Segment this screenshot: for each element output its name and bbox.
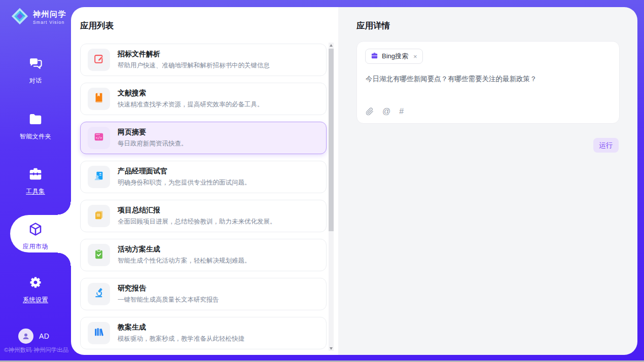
bing-search-tag[interactable]: Bing搜索 × (365, 49, 423, 64)
list-scrollbar[interactable] (329, 43, 334, 351)
doc-edit-icon (93, 53, 104, 66)
app-card[interactable]: 项目总结汇报 全面回顾项目进展，总结经验教训，助力未来优化发展。 (80, 200, 327, 232)
topic-icon[interactable]: # (399, 107, 404, 116)
sidebar-item-label: 系统设置 (23, 296, 48, 304)
app-card-title: 文献搜索 (118, 89, 264, 98)
app-icon-tile (88, 283, 110, 305)
app-card[interactable]: 招标文件解析 帮助用户快速、准确地理解和解析招标书中的关键信息 (80, 44, 327, 76)
app-list-title: 应用列表 (80, 20, 114, 31)
person-icon (21, 332, 30, 341)
query-input[interactable]: 今日湖北有哪些新闻要点？有哪些需要关注的最新政策？ (366, 74, 611, 84)
sidebar-item-label: 工具集 (26, 187, 45, 196)
input-toolbar: @ # (366, 107, 404, 116)
papers-icon (93, 209, 104, 223)
sidebar: 神州问学 Smart Vision 对话 智能文件夹 (0, 0, 71, 360)
sidebar-item-toolset[interactable]: 工具集 (0, 166, 71, 196)
app-card-title: 网页摘要 (118, 128, 188, 137)
web-code-icon: </> (93, 131, 104, 144)
content-area: 应用列表 招标文件解析 帮助用户快速、准确地理解和解析招标书中的关键信息 文献搜… (71, 7, 637, 355)
chat-icon (28, 56, 43, 73)
svg-text:</>: </> (96, 136, 102, 140)
gem-logo-icon (10, 7, 29, 28)
tag-close-icon[interactable]: × (413, 53, 417, 60)
app-icon-tile (88, 88, 110, 110)
app-icon-tile (88, 166, 110, 188)
mention-icon[interactable]: @ (382, 107, 390, 116)
app-icon-tile (88, 322, 110, 344)
app-card-title: 招标文件解析 (118, 50, 270, 59)
briefcase-icon (371, 52, 378, 61)
paperclip-icon[interactable] (366, 107, 374, 116)
app-card-desc: 智能生成个性化活动方案，轻松解决规划难题。 (118, 257, 251, 265)
app-card-desc: 每日政府新闻资讯快查。 (118, 139, 188, 148)
avatar (18, 329, 33, 344)
microscope-icon (93, 287, 104, 301)
app-card[interactable]: 教案生成 模板驱动，教案秒成，教学准备从此轻松快捷 (80, 317, 327, 349)
app-card-desc: 快速精准查找学术资源，提高研究效率的必备工具。 (118, 100, 264, 109)
clipboard-check-icon (93, 248, 104, 262)
sidebar-item-chat[interactable]: 对话 (0, 56, 71, 85)
sidebar-item-label: 应用市场 (23, 242, 48, 251)
app-card-title: 研究报告 (118, 284, 219, 293)
brand-subtitle: Smart Vision (33, 20, 66, 25)
books-icon (93, 327, 104, 340)
app-card-desc: 一键智能生成高质量长文本研究报告 (118, 296, 219, 304)
app-icon-tile (88, 244, 110, 266)
app-icon-tile (88, 205, 110, 227)
app-card-list: 招标文件解析 帮助用户快速、准确地理解和解析招标书中的关键信息 文献搜索 快速精… (80, 44, 327, 355)
app-card-desc: 全面回顾项目进展，总结经验教训，助力未来优化发展。 (118, 218, 276, 226)
app-icon-tile: </> (88, 127, 110, 149)
app-card[interactable]: 活动方案生成 智能生成个性化活动方案，轻松解决规划难题。 (80, 239, 327, 271)
app-icon-tile (88, 49, 110, 71)
app-card[interactable]: 文献搜索 快速精准查找学术资源，提高研究效率的必备工具。 (80, 83, 327, 115)
user-account[interactable]: AD (18, 329, 49, 344)
cube-icon (28, 222, 43, 239)
app-card-title: 项目总结汇报 (118, 206, 276, 215)
app-card-title: 活动方案生成 (118, 245, 251, 254)
app-card-title: 教案生成 (118, 323, 244, 332)
app-card-desc: 模板驱动，教案秒成，教学准备从此轻松快捷 (118, 335, 244, 343)
sidebar-item-smart-folder[interactable]: 智能文件夹 (0, 112, 71, 141)
scroll-down-icon[interactable] (329, 346, 334, 351)
tag-label: Bing搜索 (382, 52, 408, 61)
scrollbar-thumb[interactable] (329, 49, 334, 231)
app-window: 神州问学 Smart Vision 对话 智能文件夹 (0, 0, 644, 362)
brand-logo: 神州问学 Smart Vision (10, 7, 66, 28)
app-card[interactable]: 产品经理面试官 明确身份和职责，为您提供专业性的面试问题。 (80, 161, 327, 193)
run-button[interactable]: 运行 (593, 138, 619, 153)
app-detail-panel: 应用详情 Bing搜索 × 今日湖北有哪些新闻要点？有哪些需要关注的最新政策？ (338, 7, 637, 355)
folder-icon (28, 112, 43, 129)
sidebar-item-label: 对话 (29, 77, 42, 85)
brand-name: 神州问学 (33, 10, 66, 19)
prompt-input-card: Bing搜索 × 今日湖北有哪些新闻要点？有哪些需要关注的最新政策？ @ # (356, 41, 620, 124)
book-icon (93, 92, 104, 105)
app-card[interactable]: 研究报告 一键智能生成高质量长文本研究报告 (80, 278, 327, 310)
copyright-text: ©神州数码·神州问学出品 (4, 346, 68, 354)
app-card-title: 产品经理面试官 (118, 167, 251, 176)
app-detail-title: 应用详情 (356, 20, 390, 31)
app-list-panel: 应用列表 招标文件解析 帮助用户快速、准确地理解和解析招标书中的关键信息 文献搜… (71, 7, 338, 355)
resume-icon (93, 170, 104, 184)
app-card-desc: 帮助用户快速、准确地理解和解析招标书中的关键信息 (118, 61, 270, 70)
sidebar-item-label: 智能文件夹 (20, 132, 52, 141)
app-card[interactable]: </> 网页摘要 每日政府新闻资讯快查。 (80, 122, 327, 154)
toolbox-icon (28, 166, 43, 184)
sidebar-item-app-market[interactable]: 应用市场 (0, 222, 71, 251)
user-initials: AD (39, 332, 49, 340)
sidebar-item-settings[interactable]: 系统设置 (0, 275, 71, 304)
gear-icon (28, 275, 43, 292)
scroll-up-icon[interactable] (329, 43, 334, 48)
app-card-desc: 明确身份和职责，为您提供专业性的面试问题。 (118, 178, 251, 187)
